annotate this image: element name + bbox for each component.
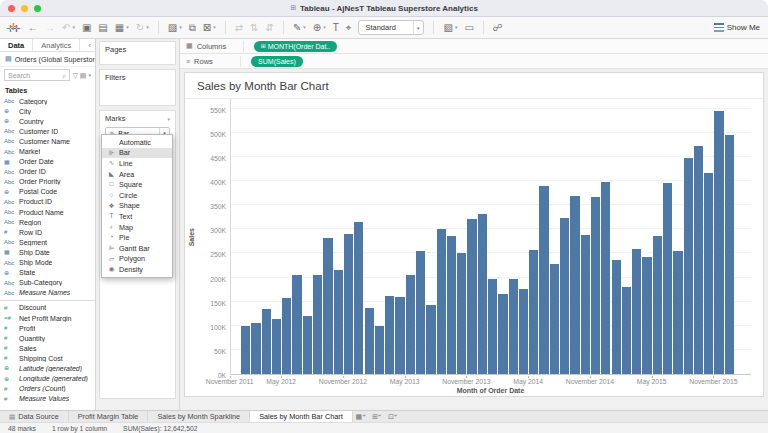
- show-hide-cards-button[interactable]: ▧▾: [443, 23, 457, 33]
- sheet-tab-data-source[interactable]: ▤Data Source: [0, 411, 69, 422]
- mark-type-gantt-bar[interactable]: ⊫Gantt Bar: [102, 243, 172, 254]
- new-story-button[interactable]: ⊡⁺: [385, 411, 401, 422]
- mark-type-square[interactable]: □Square: [102, 179, 172, 190]
- field-ship-date[interactable]: ▦Ship Date: [0, 247, 95, 257]
- mark-type-circle[interactable]: ○Circle: [102, 190, 172, 201]
- bar[interactable]: [632, 249, 641, 374]
- new-dashboard-button[interactable]: ⊞⁺: [369, 411, 385, 422]
- group-members-button[interactable]: ⊕▾: [313, 23, 326, 33]
- bar[interactable]: [714, 111, 723, 374]
- bar[interactable]: [303, 316, 312, 374]
- zoom-window-button[interactable]: [34, 5, 41, 12]
- filters-card[interactable]: Filters: [99, 69, 176, 106]
- field-orders-count[interactable]: #Orders (Count): [0, 384, 95, 394]
- tab-data[interactable]: Data: [0, 39, 33, 51]
- pill-expand-icon[interactable]: ⊞: [261, 43, 266, 49]
- bar[interactable]: [684, 158, 693, 374]
- field-quantity[interactable]: #Quantity: [0, 333, 95, 343]
- bar[interactable]: [550, 264, 559, 374]
- field-profit[interactable]: #Profit: [0, 323, 95, 333]
- mark-type-shape[interactable]: ❖Shape: [102, 201, 172, 212]
- pill-sum-sales[interactable]: SUM(Sales): [251, 56, 303, 67]
- field-customer-id[interactable]: AbcCustomer ID: [0, 126, 95, 136]
- field-sub-category[interactable]: AbcSub-Category: [0, 278, 95, 288]
- minimize-window-button[interactable]: [21, 5, 28, 12]
- bar[interactable]: [354, 222, 363, 374]
- bar[interactable]: [313, 275, 322, 374]
- bar[interactable]: [581, 235, 590, 374]
- bar[interactable]: [375, 326, 384, 374]
- close-window-button[interactable]: [8, 5, 15, 12]
- back-button[interactable]: ←: [28, 23, 38, 33]
- highlight-button[interactable]: ✎▾: [293, 23, 306, 33]
- run-update-button[interactable]: ▨▾: [168, 23, 182, 33]
- bar[interactable]: [334, 270, 343, 374]
- bar[interactable]: [529, 250, 538, 374]
- sheet-tab-profit-margin-table[interactable]: Profit Margin Table: [69, 411, 149, 422]
- sheet-tab-sales-by-month-bar-chart[interactable]: Sales by Month Bar Chart: [250, 411, 353, 422]
- field-country[interactable]: ⊕Country: [0, 116, 95, 126]
- bar[interactable]: [673, 251, 682, 375]
- dropdown-caret-icon[interactable]: ▾: [323, 25, 326, 30]
- dropdown-caret-icon[interactable]: ▾: [126, 25, 129, 30]
- view-as-icon[interactable]: ▤: [80, 72, 87, 79]
- chart-plot-area[interactable]: [230, 99, 751, 375]
- new-data-source-button[interactable]: ▤: [98, 23, 107, 33]
- pages-card[interactable]: Pages: [99, 41, 176, 65]
- field-longitude-generated[interactable]: ⊕Longitude (generated): [0, 374, 95, 384]
- dropdown-caret-icon[interactable]: ▾: [213, 25, 216, 30]
- field-city[interactable]: ⊕City: [0, 106, 95, 116]
- field-customer-name[interactable]: AbcCustomer Name: [0, 136, 95, 146]
- field-order-date[interactable]: ▦Order Date: [0, 157, 95, 167]
- pill-month-order-date[interactable]: ⊞ MONTH(Order Dat..: [254, 41, 338, 52]
- bar[interactable]: [467, 219, 476, 374]
- search-input[interactable]: [8, 72, 61, 79]
- rows-shelf[interactable]: ≡ Rows SUM(Sales): [180, 54, 768, 69]
- save-button[interactable]: ▣: [82, 23, 91, 33]
- field-order-id[interactable]: AbcOrder ID: [0, 167, 95, 177]
- tab-analytics[interactable]: Analytics: [33, 39, 80, 51]
- bar[interactable]: [704, 173, 713, 374]
- bar[interactable]: [519, 289, 528, 374]
- bar[interactable]: [601, 182, 610, 374]
- clear-sheet-button[interactable]: ⊠▾: [203, 23, 216, 33]
- bar[interactable]: [447, 236, 456, 374]
- datasource-item[interactable]: ▤ Orders (Global Superstor..: [0, 52, 95, 67]
- new-worksheet-button[interactable]: ▦▾: [115, 23, 129, 33]
- field-region[interactable]: AbcRegion: [0, 217, 95, 227]
- bar[interactable]: [478, 214, 487, 374]
- bar[interactable]: [457, 253, 466, 374]
- tableau-logo-icon[interactable]: ✛: [8, 21, 21, 34]
- bar[interactable]: [323, 238, 332, 374]
- field-measure-values[interactable]: #Measure Values: [0, 394, 95, 404]
- field-shipping-cost[interactable]: #Shipping Cost: [0, 353, 95, 363]
- dropdown-caret-icon[interactable]: ▾: [179, 25, 182, 30]
- bar[interactable]: [694, 146, 703, 374]
- bar[interactable]: [622, 287, 631, 374]
- fit-caret-icon[interactable]: ▾: [413, 21, 420, 34]
- bar[interactable]: [385, 296, 394, 374]
- field-latitude-generated[interactable]: ⊕Latitude (generated): [0, 363, 95, 373]
- field-market[interactable]: AbcMarket: [0, 146, 95, 156]
- bar[interactable]: [591, 197, 600, 374]
- field-order-priority[interactable]: AbcOrder Priority: [0, 177, 95, 187]
- bar[interactable]: [498, 294, 507, 374]
- mark-type-automatic[interactable]: Automatic: [102, 137, 172, 148]
- field-net-profit-margin[interactable]: =#Net Profit Margin: [0, 313, 95, 323]
- field-product-name[interactable]: AbcProduct Name: [0, 207, 95, 217]
- columns-shelf[interactable]: ▦ Columns ⊞ MONTH(Order Dat..: [180, 39, 768, 54]
- filter-fields-icon[interactable]: ▽: [72, 72, 77, 79]
- field-sales[interactable]: #Sales: [0, 343, 95, 353]
- field-row-id[interactable]: #Row ID: [0, 227, 95, 237]
- mark-type-bar[interactable]: ⊪Bar: [102, 148, 172, 159]
- mark-type-density[interactable]: ◉Density: [102, 264, 172, 275]
- bar[interactable]: [560, 218, 569, 374]
- presentation-mode-button[interactable]: ▭: [464, 23, 473, 33]
- bar[interactable]: [642, 257, 651, 374]
- bar[interactable]: [344, 234, 353, 374]
- mark-type-polygon[interactable]: ▱Polygon: [102, 254, 172, 265]
- bar[interactable]: [539, 186, 548, 374]
- show-me-button[interactable]: Show Me: [714, 23, 760, 32]
- field-postal-code[interactable]: ⊕Postal Code: [0, 187, 95, 197]
- show-mark-labels-button[interactable]: T: [333, 23, 339, 33]
